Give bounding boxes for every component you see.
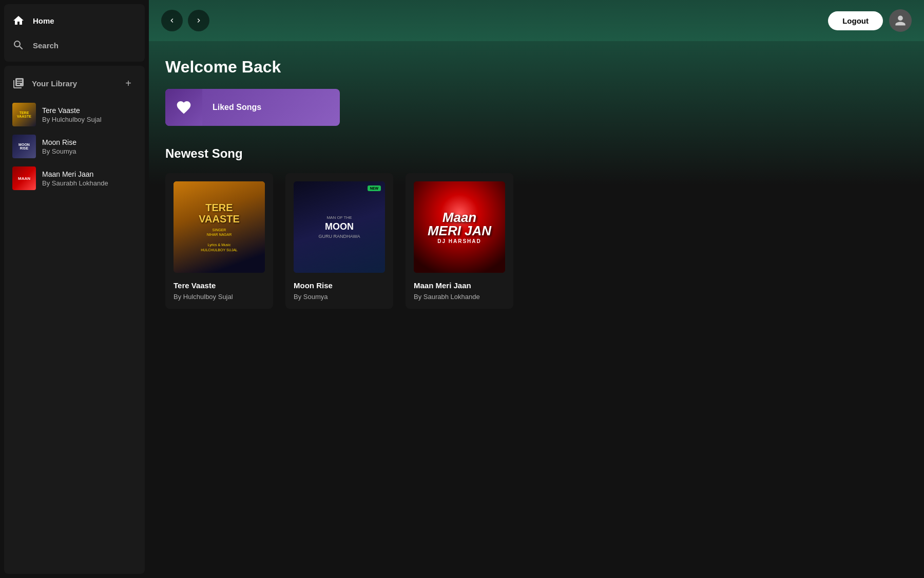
- library-item[interactable]: MAAN Maan Meri Jaan By Saurabh Lokhande: [8, 162, 141, 194]
- art-moon-singer: GURU RANDHAWA: [319, 234, 360, 239]
- art-moon-badge: NEW: [368, 185, 381, 191]
- home-label: Home: [33, 16, 54, 25]
- library-item-name: Maan Meri Jaan: [42, 170, 137, 178]
- art-moon-rise: NEW MAN OF THE MOON GURU RANDHAWA: [294, 181, 385, 273]
- search-label: Search: [33, 41, 59, 50]
- art-tere-vaaste: TEREVAASTE SINGERNIHAR NAGARLyrics & Mus…: [174, 181, 265, 273]
- art-tere-text: TEREVAASTE: [199, 202, 240, 225]
- library-item-name: Moon Rise: [42, 138, 137, 146]
- back-button[interactable]: [161, 10, 183, 31]
- library-section: Your Library + TEREVAASTE Tere Vaaste By…: [4, 66, 145, 574]
- main-header: Logout: [149, 0, 924, 41]
- library-add-button[interactable]: +: [120, 75, 137, 91]
- art-tere-sub: SINGERNIHAR NAGARLyrics & MusicHULCHULBO…: [199, 228, 240, 253]
- search-icon: [12, 39, 25, 51]
- sidebar-item-search[interactable]: Search: [4, 33, 145, 58]
- main-area: Logout Welcome Back Liked Songs Newest S…: [149, 0, 924, 578]
- liked-songs-label: Liked Songs: [202, 103, 272, 112]
- art-maan-meri-jaan: MaanMERI JAN DJ HARSHAD: [414, 181, 505, 273]
- library-icon: [12, 77, 25, 89]
- song-card-name: Maan Meri Jaan: [414, 281, 505, 290]
- welcome-title: Welcome Back: [165, 58, 908, 77]
- song-card-name: Moon Rise: [294, 281, 385, 290]
- songs-grid: TEREVAASTE SINGERNIHAR NAGARLyrics & Mus…: [165, 173, 908, 309]
- library-header-left: Your Library: [12, 77, 77, 89]
- song-card-tere-vaaste[interactable]: TEREVAASTE SINGERNIHAR NAGARLyrics & Mus…: [165, 173, 273, 309]
- library-item-info-tere: Tere Vaaste By Hulchulboy Sujal: [42, 106, 137, 123]
- forward-button[interactable]: [188, 10, 209, 31]
- art-moon-text: MOON: [319, 222, 360, 232]
- song-card-art-maan: MaanMERI JAN DJ HARSHAD: [414, 181, 505, 273]
- art-moon-presenter: MAN OF THE: [319, 215, 360, 220]
- song-card-art-moon: NEW MAN OF THE MOON GURU RANDHAWA: [294, 181, 385, 273]
- sidebar: Home Search Your Library +: [0, 0, 149, 578]
- art-maan-text: MaanMERI JAN: [428, 211, 491, 237]
- song-card-maan-meri-jaan[interactable]: MaanMERI JAN DJ HARSHAD Maan Meri Jaan B…: [406, 173, 513, 309]
- main-content: Welcome Back Liked Songs Newest Song TER…: [149, 41, 924, 578]
- song-card-moon-rise[interactable]: NEW MAN OF THE MOON GURU RANDHAWA Moon R…: [285, 173, 393, 309]
- library-items-list: TEREVAASTE Tere Vaaste By Hulchulboy Suj…: [4, 97, 145, 196]
- newest-song-title: Newest Song: [165, 146, 908, 161]
- library-header[interactable]: Your Library +: [4, 70, 145, 97]
- user-avatar[interactable]: [889, 9, 912, 32]
- sidebar-nav-section: Home Search: [4, 4, 145, 62]
- library-item-thumb-tere: TEREVAASTE: [12, 103, 36, 126]
- library-item-thumb-moon: MOONRISE: [12, 135, 36, 158]
- song-card-artist: By Soumya: [294, 293, 385, 301]
- library-item-artist: By Saurabh Lokhande: [42, 179, 137, 187]
- liked-songs-icon-area: [165, 89, 202, 126]
- library-title: Your Library: [32, 79, 77, 88]
- library-item-info-maan: Maan Meri Jaan By Saurabh Lokhande: [42, 170, 137, 187]
- sidebar-item-home[interactable]: Home: [4, 8, 145, 33]
- song-card-name: Tere Vaaste: [174, 281, 265, 290]
- header-right: Logout: [828, 9, 912, 32]
- library-item-info-moon: Moon Rise By Soumya: [42, 138, 137, 155]
- library-item-name: Tere Vaaste: [42, 106, 137, 115]
- song-card-artist: By Saurabh Lokhande: [414, 293, 505, 301]
- home-icon: [12, 14, 25, 27]
- library-item[interactable]: MOONRISE Moon Rise By Soumya: [8, 130, 141, 162]
- song-card-artist: By Hulchulboy Sujal: [174, 293, 265, 301]
- art-maan-dj: DJ HARSHAD: [428, 238, 491, 244]
- library-item-thumb-maan: MAAN: [12, 166, 36, 190]
- song-card-art-tere: TEREVAASTE SINGERNIHAR NAGARLyrics & Mus…: [174, 181, 265, 273]
- header-nav: [161, 10, 209, 31]
- liked-songs-card[interactable]: Liked Songs: [165, 89, 340, 126]
- library-item-artist: By Soumya: [42, 147, 137, 155]
- library-item[interactable]: TEREVAASTE Tere Vaaste By Hulchulboy Suj…: [8, 99, 141, 130]
- library-item-artist: By Hulchulboy Sujal: [42, 116, 137, 123]
- logout-button[interactable]: Logout: [828, 11, 883, 30]
